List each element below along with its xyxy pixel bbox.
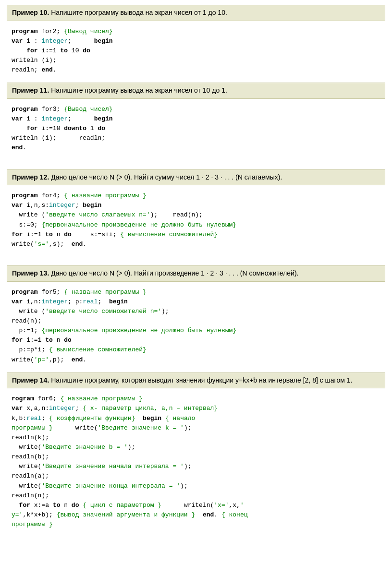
example-13-header: Пример 13. Дано целое число N (> 0). Най… [7,265,385,282]
example-13-code: program for5; { название программы } var… [7,286,385,367]
example-14-header: Пример 14. Напишите программу, которая в… [7,372,385,389]
example-12-header: Пример 12. Дано целое число N (> 0). Най… [7,169,385,186]
example-13-label: Пример 13. [12,269,49,277]
example-12-code: program for4; { название программы } var… [7,189,385,251]
example-10-header: Пример 10. Напишите программу вывода на … [7,5,385,21]
page: Пример 10. Напишите программу вывода на … [0,0,392,542]
example-10-code: program for2; {Вывод чисел} var i : inte… [7,25,385,77]
example-11-code: program for3; {Вывод чисел} var i : inte… [7,103,385,155]
example-10-label: Пример 10. [12,9,49,16]
example-14-label: Пример 14. [12,376,49,384]
example-11-header: Пример 11. Напишите программу вывода на … [7,83,385,99]
example-12-label: Пример 12. [12,173,49,181]
example-14-code: rogram for6; { название программы } var … [7,392,385,531]
example-11-label: Пример 11. [12,86,49,94]
